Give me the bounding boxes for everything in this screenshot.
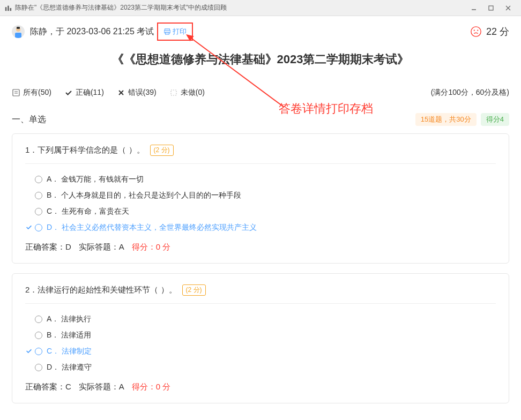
question-card: 1．下列属于科学信念的是（ ）。(2 分)A． 金钱万能，有钱就有一切B． 个人… xyxy=(12,133,509,264)
sad-face-icon xyxy=(470,26,482,38)
window-controls xyxy=(465,2,517,14)
option[interactable]: A． 金钱万能，有钱就有一切 xyxy=(25,171,496,188)
option-text: D． 法律遵守 xyxy=(47,363,92,372)
filter-wrong[interactable]: 错误(39) xyxy=(117,88,157,98)
svg-rect-4 xyxy=(489,6,493,10)
svg-rect-0 xyxy=(5,7,7,11)
radio-icon xyxy=(35,348,42,355)
option-text: D． 社会主义必然代替资本主义，全世界最终必然实现共产主义 xyxy=(47,223,257,232)
correct-answer: 正确答案：C xyxy=(25,382,71,391)
list-icon xyxy=(12,88,20,97)
option[interactable]: B． 法律适用 xyxy=(25,327,496,343)
radio-icon xyxy=(35,176,42,183)
radio-icon xyxy=(35,224,42,231)
radio-icon xyxy=(35,208,42,215)
option-text: B． 法律适用 xyxy=(47,331,91,340)
svg-rect-1 xyxy=(8,5,9,11)
radio-icon xyxy=(35,316,42,323)
option-text: A． 金钱万能，有钱就有一切 xyxy=(47,175,144,184)
minimize-button[interactable] xyxy=(465,2,482,14)
svg-point-14 xyxy=(471,27,481,36)
exam-title: 《《思想道德修养与法律基础》2023第二学期期末考试》 xyxy=(12,51,509,68)
score-area: 22 分 xyxy=(470,25,509,38)
actual-answer: 实际答题：A xyxy=(79,382,124,391)
print-label: 打印 xyxy=(173,27,187,36)
check-icon xyxy=(64,88,73,97)
radio-icon xyxy=(35,332,42,339)
question-points: (2 分) xyxy=(182,284,206,296)
x-icon xyxy=(117,88,125,97)
filter-undone[interactable]: 未做(0) xyxy=(169,88,205,98)
close-button[interactable] xyxy=(500,2,517,14)
svg-rect-17 xyxy=(13,89,19,96)
titlebar: 陈静在"《思想道德修养与法律基础》2023第二学期期末考试"中的成绩回顾 xyxy=(0,0,521,16)
total-score: 22 分 xyxy=(486,25,509,38)
check-icon xyxy=(25,347,35,356)
question-count-badge: 15道题，共30分 xyxy=(415,113,477,126)
option[interactable]: B． 个人本身就是目的，社会只是达到个人目的的一种手段 xyxy=(25,188,496,204)
question-title: 1．下列属于科学信念的是（ ）。(2 分) xyxy=(25,145,496,156)
option[interactable]: A． 法律执行 xyxy=(25,311,496,327)
answer-row: 正确答案：C实际答题：A得分：0 分 xyxy=(25,382,496,392)
avatar xyxy=(12,25,25,38)
question-card: 2．法律运行的起始性和关键性环节（ ）。(2 分)A． 法律执行B． 法律适用C… xyxy=(12,273,509,403)
option-text: C． 法律制定 xyxy=(47,347,92,356)
window-title: 陈静在"《思想道德修养与法律基础》2023第二学期期末考试"中的成绩回顾 xyxy=(15,3,465,12)
radio-icon xyxy=(35,192,42,199)
filter-all[interactable]: 所有(50) xyxy=(12,88,51,98)
option[interactable]: D． 社会主义必然代替资本主义，全世界最终必然实现共产主义 xyxy=(25,220,496,236)
maximize-button[interactable] xyxy=(482,2,500,14)
header: 陈静，于 2023-03-06 21:25 考试 打印 22 分 xyxy=(12,22,509,41)
option[interactable]: C． 法律制定 xyxy=(25,343,496,359)
option-text: B． 个人本身就是目的，社会只是达到个人目的的一种手段 xyxy=(47,191,241,200)
svg-rect-2 xyxy=(10,8,12,11)
option-text: C． 生死有命，富贵在天 xyxy=(47,207,129,216)
answer-row: 正确答案：D实际答题：A得分：0 分 xyxy=(25,242,496,252)
svg-point-16 xyxy=(477,30,478,31)
section-title: 一、单选 xyxy=(12,114,46,125)
option[interactable]: C． 生死有命，富贵在天 xyxy=(25,204,496,220)
svg-point-15 xyxy=(474,30,475,31)
svg-rect-10 xyxy=(15,33,21,38)
check-icon xyxy=(25,223,35,232)
app-icon xyxy=(4,4,12,12)
full-score-info: (满分100分，60分及格) xyxy=(431,88,509,98)
question-score: 得分：0 分 xyxy=(132,382,171,391)
section-score-badge: 得分4 xyxy=(481,113,509,126)
print-icon xyxy=(163,28,171,35)
filter-row: 所有(50) 正确(11) 错误(39) 未做(0) (满分100分，60分及格… xyxy=(12,82,509,103)
question-title: 2．法律运行的起始性和关键性环节（ ）。(2 分) xyxy=(25,284,496,296)
section-header: 一、单选 15道题，共30分 得分4 xyxy=(12,113,509,126)
svg-rect-22 xyxy=(171,90,176,95)
filter-correct[interactable]: 正确(11) xyxy=(64,88,104,98)
svg-rect-9 xyxy=(17,27,20,29)
option[interactable]: D． 法律遵守 xyxy=(25,359,496,376)
actual-answer: 实际答题：A xyxy=(79,242,124,251)
user-info: 陈静，于 2023-03-06 21:25 考试 xyxy=(30,26,154,38)
option-text: A． 法律执行 xyxy=(47,314,91,324)
correct-answer: 正确答案：D xyxy=(25,242,71,251)
radio-icon xyxy=(35,364,42,371)
question-score: 得分：0 分 xyxy=(132,242,171,251)
print-button[interactable]: 打印 xyxy=(157,22,193,41)
question-points: (2 分) xyxy=(150,145,174,156)
dashed-icon xyxy=(169,88,178,97)
